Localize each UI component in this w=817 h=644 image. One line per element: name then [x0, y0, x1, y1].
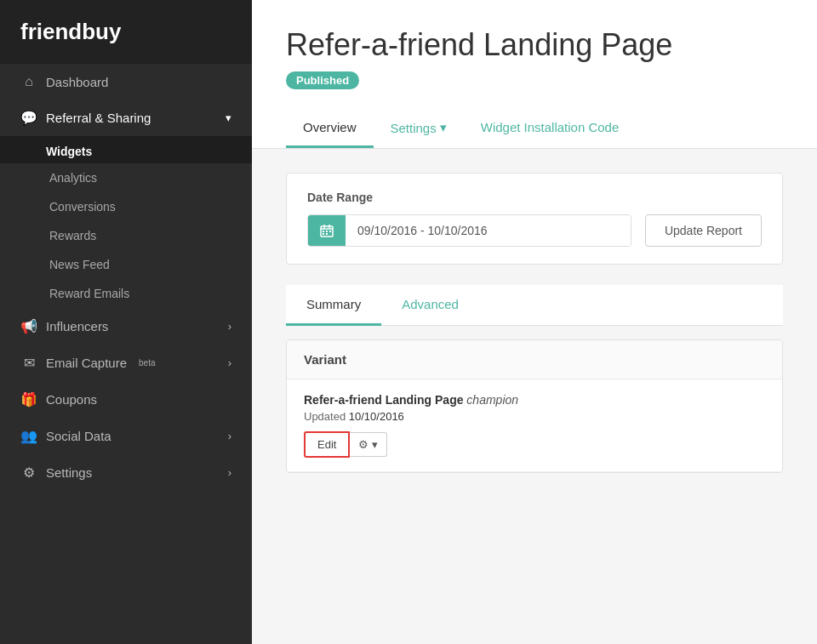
sidebar-item-rewards[interactable]: Rewards [0, 221, 252, 250]
sidebar-item-label: Email Capture [46, 356, 127, 370]
sidebar-item-label: Dashboard [46, 75, 108, 89]
sidebar-item-influencers[interactable]: 📢 Influencers › [0, 308, 252, 345]
sidebar-item-label: Social Data [46, 429, 111, 443]
megaphone-icon: 📢 [20, 318, 37, 334]
variant-actions: Edit ⚙ ▾ [304, 431, 765, 458]
date-range-row: Update Report [307, 214, 762, 247]
dropdown-arrow-icon: ▾ [440, 120, 447, 135]
chevron-right-icon: › [228, 430, 231, 442]
sidebar-item-reward-emails[interactable]: Reward Emails [0, 279, 252, 308]
edit-button[interactable]: Edit [304, 431, 350, 458]
sub-tabs: Summary Advanced [286, 285, 783, 326]
gear-icon: ⚙ [20, 464, 37, 481]
svg-rect-4 [323, 231, 324, 232]
sidebar-item-referral-sharing[interactable]: 💬 Referral & Sharing ▾ [0, 100, 252, 136]
sidebar-item-email-capture[interactable]: ✉ Email Capture beta › [0, 345, 252, 381]
sidebar: friendbuy ⌂ Dashboard 💬 Referral & Shari… [0, 0, 252, 644]
sub-tab-summary[interactable]: Summary [286, 285, 381, 326]
date-input-wrap [307, 214, 631, 247]
beta-badge: beta [139, 358, 155, 368]
sidebar-item-widgets[interactable]: Widgets [0, 136, 252, 163]
main-tabs: Overview Settings ▾ Widget Installation … [286, 110, 783, 148]
page-title: Refer-a-friend Landing Page [286, 27, 783, 63]
gear-settings-icon: ⚙ [358, 438, 369, 451]
update-report-button[interactable]: Update Report [645, 214, 762, 247]
svg-rect-5 [326, 231, 328, 232]
sidebar-item-label: Referral & Sharing [46, 111, 151, 125]
sidebar-item-conversions[interactable]: Conversions [0, 192, 252, 221]
main-content: Refer-a-friend Landing Page Published Ov… [252, 0, 817, 644]
calendar-icon [320, 224, 334, 237]
main-body: Date Range [252, 149, 817, 497]
home-icon: ⌂ [20, 74, 37, 89]
sidebar-item-settings[interactable]: ⚙ Settings › [0, 454, 252, 491]
sidebar-sub-label: Analytics [49, 171, 97, 185]
sidebar-section-label: Widgets [46, 145, 92, 158]
email-icon: ✉ [20, 355, 37, 371]
gift-icon: 🎁 [20, 391, 37, 407]
chat-icon: 💬 [20, 110, 37, 126]
svg-rect-8 [326, 233, 328, 235]
tab-widget-installation[interactable]: Widget Installation Code [464, 110, 637, 148]
sidebar-item-dashboard[interactable]: ⌂ Dashboard [0, 64, 252, 100]
sidebar-item-label: Influencers [46, 319, 108, 333]
app-logo: friendbuy [0, 0, 252, 64]
sidebar-item-analytics[interactable]: Analytics [0, 163, 252, 192]
sidebar-sub-label: Reward Emails [49, 287, 129, 300]
chevron-down-icon: ▾ [226, 111, 231, 124]
svg-rect-7 [323, 233, 324, 235]
variant-updated: Updated 10/10/2016 [304, 410, 765, 423]
variant-name: Refer-a-friend Landing Page champion [304, 393, 765, 407]
sidebar-item-coupons[interactable]: 🎁 Coupons [0, 381, 252, 418]
sidebar-item-label: Coupons [46, 392, 97, 407]
variant-header: Variant [287, 340, 782, 379]
sidebar-sub-label: News Feed [49, 258, 110, 271]
svg-rect-6 [329, 231, 331, 232]
tab-settings[interactable]: Settings ▾ [374, 110, 464, 148]
users-icon: 👥 [20, 428, 37, 444]
tab-overview[interactable]: Overview [286, 110, 374, 148]
table-row: Refer-a-friend Landing Page champion Upd… [287, 379, 782, 472]
status-badge: Published [286, 71, 359, 89]
dropdown-arrow-icon: ▾ [372, 438, 378, 451]
page-header: Refer-a-friend Landing Page Published Ov… [252, 0, 817, 149]
date-range-section: Date Range [286, 173, 783, 265]
variant-settings-dropdown-button[interactable]: ⚙ ▾ [350, 432, 387, 457]
sub-tab-advanced[interactable]: Advanced [381, 285, 479, 326]
date-range-input[interactable] [346, 215, 631, 246]
sidebar-item-social-data[interactable]: 👥 Social Data › [0, 418, 252, 454]
sidebar-sub-label: Rewards [49, 229, 96, 242]
date-range-label: Date Range [307, 191, 762, 204]
chevron-right-icon: › [228, 356, 231, 369]
sidebar-item-label: Settings [46, 465, 92, 480]
variant-section: Variant Refer-a-friend Landing Page cham… [286, 339, 783, 473]
calendar-icon-button[interactable] [308, 215, 346, 246]
chevron-right-icon: › [228, 320, 231, 333]
sidebar-item-news-feed[interactable]: News Feed [0, 250, 252, 279]
chevron-right-icon: › [228, 466, 231, 479]
sidebar-sub-label: Conversions [49, 200, 116, 214]
